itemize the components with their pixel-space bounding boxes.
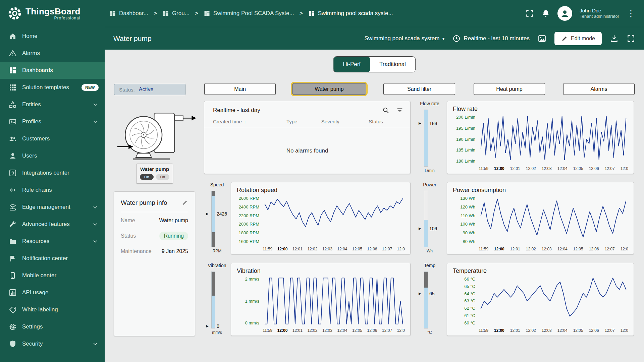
vibration-chart-card: Vibration2 mm/s1 mm/s0 mm/s11:5912:0012:… bbox=[231, 263, 411, 336]
dashboard-icon bbox=[308, 10, 315, 17]
download-icon[interactable] bbox=[610, 34, 619, 43]
home-icon bbox=[9, 32, 17, 40]
gauge-value: 2426 bbox=[217, 211, 227, 217]
gauge-marker-icon: ▶ bbox=[206, 324, 209, 328]
sidebar-item-entities[interactable]: Entities bbox=[0, 96, 105, 113]
y-axis-labels: 2600 RPM2400 RPM2200 RPM2000 RPM1800 RPM… bbox=[234, 196, 263, 251]
edit-mode-button[interactable]: Edit mode bbox=[554, 32, 602, 45]
filter-icon[interactable] bbox=[396, 107, 404, 114]
pump-on-button[interactable]: On bbox=[140, 174, 154, 180]
column-header-status[interactable]: Status bbox=[369, 119, 404, 124]
sidebar: HomeAlarmsDashboardsSolution templatesNE… bbox=[0, 27, 105, 362]
sidebar-item-notification-center[interactable]: Notification center bbox=[0, 250, 105, 267]
state-tab-water-pump[interactable]: Water pump bbox=[292, 83, 366, 95]
chart-title: Rotation speed bbox=[231, 182, 410, 194]
sidebar-item-edge-management[interactable]: Edge management bbox=[0, 198, 105, 216]
pump-off-button[interactable]: Off bbox=[156, 174, 169, 180]
mobile-icon bbox=[9, 272, 17, 280]
flag-icon bbox=[9, 254, 17, 262]
search-icon[interactable] bbox=[382, 107, 389, 114]
dashboard-icon bbox=[204, 10, 210, 17]
breadcrumb: Dashboar...>Grou...>Swimming Pool SCADA … bbox=[109, 10, 519, 17]
gauge-unit: RPM bbox=[204, 248, 230, 254]
customers-icon bbox=[9, 135, 17, 143]
sidebar-item-resources[interactable]: Resources bbox=[0, 233, 105, 250]
line-chart bbox=[479, 115, 628, 164]
dashboard-icon bbox=[109, 10, 116, 17]
pump-info-card: Water pump info NameWater pumpStatusRunn… bbox=[114, 191, 195, 336]
view-toggle-traditional[interactable]: Traditional bbox=[370, 57, 415, 72]
gauge-title: Power bbox=[417, 182, 443, 190]
sidebar-item-advanced-features[interactable]: Advanced features bbox=[0, 216, 105, 233]
dashboard-fullscreen-icon[interactable] bbox=[627, 34, 635, 43]
page-title: Water pump bbox=[113, 35, 364, 43]
kebab-menu-icon[interactable]: ⋮ bbox=[627, 9, 635, 18]
integrations-icon bbox=[9, 169, 17, 177]
chart-title: Temperature bbox=[447, 263, 634, 275]
breadcrumb-item-swimming-pool-scada-syste[interactable]: Swimming Pool SCADA Syste... bbox=[204, 10, 294, 17]
gauge-track bbox=[424, 110, 428, 167]
top-header: ThingsBoard Professional Dashboar...>Gro… bbox=[0, 0, 644, 27]
sidebar-item-home[interactable]: Home bbox=[0, 27, 105, 45]
sidebar-item-customers[interactable]: Customers bbox=[0, 130, 105, 147]
chart-title: Flow rate bbox=[447, 101, 634, 113]
gauge-marker-icon: ▶ bbox=[419, 121, 421, 125]
chevron-down-icon bbox=[92, 221, 99, 228]
gauge-value: 188 bbox=[429, 121, 437, 126]
state-tab-alarms[interactable]: Alarms bbox=[563, 83, 635, 95]
state-tab-main[interactable]: Main bbox=[204, 83, 276, 95]
dashboard-canvas: Hi-PerfTraditional Status: Active MainWa… bbox=[105, 50, 644, 362]
alarms-column-headers: Created time↓TypeSeverityStatus bbox=[204, 117, 410, 128]
screenshot-icon[interactable] bbox=[538, 34, 546, 43]
gauge-track bbox=[211, 191, 215, 247]
sidebar-item-rule-chains[interactable]: Rule chains bbox=[0, 181, 105, 198]
breadcrumb-separator: > bbox=[300, 10, 303, 17]
avatar[interactable] bbox=[557, 6, 572, 21]
gauge-track bbox=[424, 272, 428, 328]
column-header-created-time[interactable]: Created time↓ bbox=[213, 119, 286, 124]
flow-rate-chart-card: Flow rate200 L/min195 L/min190 L/min185 … bbox=[447, 101, 634, 174]
sidebar-item-profiles[interactable]: Profiles bbox=[0, 113, 105, 130]
notifications-bell-icon[interactable] bbox=[541, 9, 550, 18]
sidebar-item-api-usage[interactable]: API usage bbox=[0, 284, 105, 301]
sidebar-item-alarms[interactable]: Alarms bbox=[0, 45, 105, 62]
timewindow-button[interactable]: Realtime - last 10 minutes bbox=[452, 35, 530, 43]
chevron-down-icon bbox=[92, 204, 99, 210]
state-tab-sand-filter[interactable]: Sand filter bbox=[383, 83, 455, 95]
view-toggle-hi-perf[interactable]: Hi-Perf bbox=[333, 57, 370, 72]
power-consumption-chart-card: Power consumption130 Wh120 Wh110 Wh100 W… bbox=[447, 182, 634, 254]
edit-icon[interactable] bbox=[181, 199, 188, 206]
chevron-down-icon bbox=[92, 238, 99, 245]
sidebar-item-integrations-center[interactable]: Integrations center bbox=[0, 164, 105, 181]
line-chart bbox=[479, 196, 628, 244]
sidebar-item-mobile-center[interactable]: Mobile center bbox=[0, 267, 105, 284]
breadcrumb-item-dashboar[interactable]: Dashboar... bbox=[109, 10, 148, 17]
gear-icon bbox=[9, 323, 17, 331]
dashboard-icon bbox=[162, 10, 169, 17]
vibration-gauge: Vibration▶0mm/s bbox=[204, 263, 230, 336]
pump-switch-widget: Water pump On Off bbox=[136, 164, 173, 184]
folder-icon bbox=[9, 237, 17, 245]
sidebar-item-settings[interactable]: Settings bbox=[0, 318, 105, 335]
shield-icon bbox=[9, 340, 17, 348]
sidebar-item-dashboards[interactable]: Dashboards bbox=[0, 62, 105, 79]
fullscreen-icon[interactable] bbox=[525, 9, 534, 18]
column-header-type[interactable]: Type bbox=[286, 119, 321, 124]
breadcrumb-item-swimming-pool-scada-syste[interactable]: Swimming pool scada syste... bbox=[308, 10, 393, 17]
sidebar-item-white-labeling[interactable]: White labeling bbox=[0, 301, 105, 318]
brand[interactable]: ThingsBoard Professional bbox=[7, 6, 101, 21]
sidebar-item-solution-templates[interactable]: Solution templatesNEW bbox=[0, 79, 105, 96]
breadcrumb-item-grou[interactable]: Grou... bbox=[162, 10, 190, 17]
line-chart bbox=[263, 196, 405, 244]
state-tab-heat-pump[interactable]: Heat pump bbox=[474, 83, 545, 95]
chevron-down-icon: ▾ bbox=[442, 36, 444, 41]
entity-select[interactable]: Swimming pool scada system ▾ bbox=[364, 35, 444, 42]
column-header-severity[interactable]: Severity bbox=[321, 119, 369, 124]
status-badge: Running bbox=[159, 232, 188, 240]
pump-image bbox=[115, 107, 197, 165]
sidebar-item-security[interactable]: Security bbox=[0, 335, 105, 352]
thingsboard-logo-icon bbox=[7, 6, 22, 21]
gauge-title: Flow rate bbox=[417, 101, 443, 109]
sidebar-item-users[interactable]: Users bbox=[0, 147, 105, 164]
sort-desc-icon: ↓ bbox=[244, 119, 246, 124]
